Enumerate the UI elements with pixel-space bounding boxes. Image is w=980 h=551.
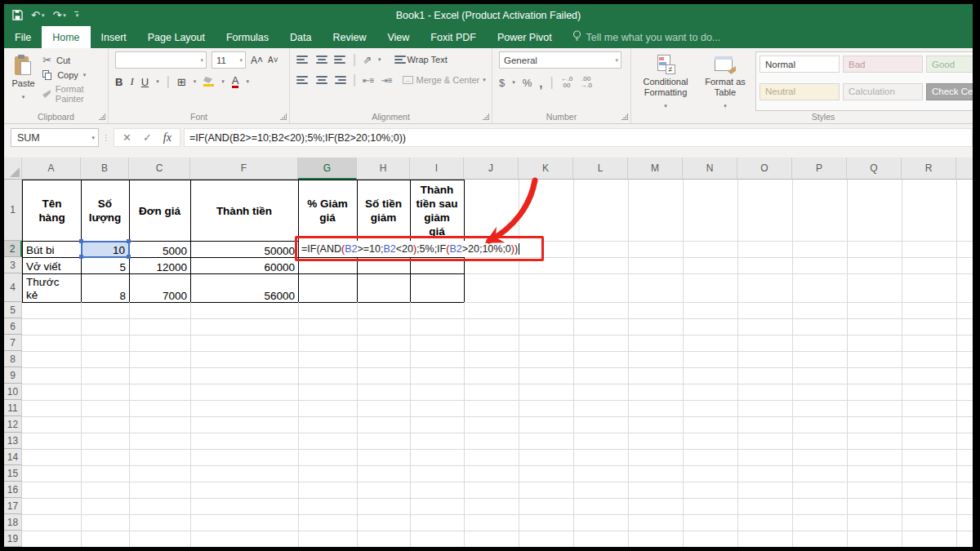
cell-4[interactable] bbox=[956, 273, 973, 303]
cell-H1[interactable]: Số tiền giảm bbox=[357, 180, 411, 242]
tab-foxit-pdf[interactable]: Foxit PDF bbox=[420, 26, 487, 48]
cell-L6[interactable] bbox=[573, 318, 629, 335]
row-header-18[interactable]: 18 bbox=[4, 514, 22, 531]
cell-F16[interactable] bbox=[190, 482, 299, 499]
cell-F2[interactable]: 50000 bbox=[190, 241, 299, 258]
cell-C14[interactable] bbox=[129, 449, 191, 466]
cell-16[interactable] bbox=[956, 482, 973, 499]
cut-button[interactable]: ✂Cut bbox=[42, 54, 108, 66]
cell-K5[interactable] bbox=[519, 302, 574, 319]
cell-J15[interactable] bbox=[464, 465, 519, 482]
cell-H7[interactable] bbox=[357, 335, 411, 352]
cell-J11[interactable] bbox=[464, 400, 519, 417]
cell-B4[interactable]: 8 bbox=[81, 273, 130, 303]
cell-R18[interactable] bbox=[902, 514, 957, 531]
column-header-C[interactable]: C bbox=[129, 158, 190, 180]
cell-F3[interactable]: 60000 bbox=[190, 257, 299, 274]
cell-H12[interactable] bbox=[357, 416, 411, 433]
cell-10[interactable] bbox=[956, 384, 973, 401]
cell-J17[interactable] bbox=[464, 498, 519, 515]
cell-R7[interactable] bbox=[902, 335, 957, 352]
column-header-G[interactable]: G bbox=[298, 158, 357, 180]
cell-F5[interactable] bbox=[190, 302, 299, 319]
cell-L5[interactable] bbox=[573, 302, 629, 319]
cell-K16[interactable] bbox=[519, 482, 574, 499]
cell-O3[interactable] bbox=[737, 257, 793, 274]
cell-I9[interactable] bbox=[410, 367, 465, 384]
row-header-3[interactable]: 3 bbox=[4, 257, 22, 273]
insert-function-icon[interactable]: fx bbox=[163, 131, 172, 144]
align-left-icon[interactable] bbox=[296, 76, 309, 84]
cell-L17[interactable] bbox=[573, 498, 629, 515]
cell-B14[interactable] bbox=[81, 449, 130, 466]
cell-M7[interactable] bbox=[628, 335, 684, 352]
cell-6[interactable] bbox=[956, 318, 973, 335]
cell-A18[interactable] bbox=[22, 514, 82, 531]
cell-J12[interactable] bbox=[464, 416, 519, 433]
column-header-K[interactable]: K bbox=[519, 158, 573, 180]
cell-M17[interactable] bbox=[628, 498, 684, 515]
cell-17[interactable] bbox=[956, 498, 973, 515]
cell-L7[interactable] bbox=[573, 335, 629, 352]
orientation-icon[interactable]: ⇗ bbox=[363, 54, 372, 66]
cell-A16[interactable] bbox=[22, 482, 82, 499]
cell-I13[interactable] bbox=[410, 433, 465, 450]
format-as-table-button[interactable]: Format as Table▾ bbox=[700, 50, 751, 111]
decrease-decimal-icon[interactable]: .00→.0 bbox=[580, 76, 592, 89]
cell-H13[interactable] bbox=[357, 433, 411, 450]
row-header-12[interactable]: 12 bbox=[4, 416, 22, 433]
tab-view[interactable]: View bbox=[376, 26, 420, 48]
cell-L14[interactable] bbox=[573, 449, 629, 466]
cell-R9[interactable] bbox=[902, 367, 957, 384]
cell-C6[interactable] bbox=[129, 318, 191, 335]
align-right-icon[interactable] bbox=[334, 76, 346, 84]
cell-P4[interactable] bbox=[792, 273, 848, 303]
cell-R16[interactable] bbox=[902, 482, 957, 499]
cell-L16[interactable] bbox=[573, 482, 629, 499]
cell-R4[interactable] bbox=[902, 273, 957, 303]
cell-H18[interactable] bbox=[357, 514, 411, 531]
cell-5[interactable] bbox=[956, 302, 973, 319]
cell-Q16[interactable] bbox=[847, 482, 902, 499]
merge-center-button[interactable]: ↔ Merge & Center▾ bbox=[403, 75, 486, 85]
align-center-icon[interactable] bbox=[315, 76, 327, 84]
cell-R3[interactable] bbox=[902, 257, 957, 274]
cell-N10[interactable] bbox=[683, 384, 738, 401]
cell-A15[interactable] bbox=[22, 465, 82, 482]
cell-C4[interactable]: 7000 bbox=[129, 273, 191, 303]
clipboard-dialog-launcher[interactable] bbox=[99, 113, 105, 120]
cell-N6[interactable] bbox=[683, 318, 738, 335]
cell-K19[interactable] bbox=[519, 531, 574, 547]
cell-N9[interactable] bbox=[683, 367, 738, 384]
cell-F9[interactable] bbox=[190, 367, 299, 384]
cell-I5[interactable] bbox=[410, 302, 465, 319]
cell-G10[interactable] bbox=[298, 384, 358, 401]
cell-B1[interactable]: Số lượng bbox=[81, 180, 130, 242]
cell-F15[interactable] bbox=[190, 465, 299, 482]
cell-A9[interactable] bbox=[22, 367, 82, 384]
cell-G16[interactable] bbox=[298, 482, 358, 499]
cell-C13[interactable] bbox=[129, 433, 191, 450]
cell-A4[interactable]: Thước kẻ bbox=[22, 273, 82, 303]
alignment-dialog-launcher[interactable] bbox=[483, 113, 489, 120]
row-header-9[interactable]: 9 bbox=[4, 367, 22, 384]
cell-L4[interactable] bbox=[573, 273, 629, 303]
cell-Q18[interactable] bbox=[847, 514, 902, 531]
selection-handle-1[interactable] bbox=[127, 239, 131, 243]
tab-power-pivot[interactable]: Power Pivot bbox=[487, 26, 563, 48]
cell-G9[interactable] bbox=[298, 367, 358, 384]
cell-R6[interactable] bbox=[902, 318, 957, 335]
column-header-O[interactable]: O bbox=[737, 158, 792, 180]
cell-A10[interactable] bbox=[22, 384, 82, 401]
cell-G17[interactable] bbox=[298, 498, 358, 515]
cell-A1[interactable]: Tên hàng bbox=[22, 180, 82, 242]
cell-Q10[interactable] bbox=[847, 384, 902, 401]
cell-H17[interactable] bbox=[357, 498, 411, 515]
cell-M11[interactable] bbox=[628, 400, 684, 417]
cell-Q19[interactable] bbox=[847, 531, 902, 547]
cell-M10[interactable] bbox=[628, 384, 684, 401]
cell-R17[interactable] bbox=[902, 498, 957, 515]
cell-Q12[interactable] bbox=[847, 416, 902, 433]
cell-H5[interactable] bbox=[357, 302, 411, 319]
select-all-corner[interactable] bbox=[4, 158, 22, 180]
